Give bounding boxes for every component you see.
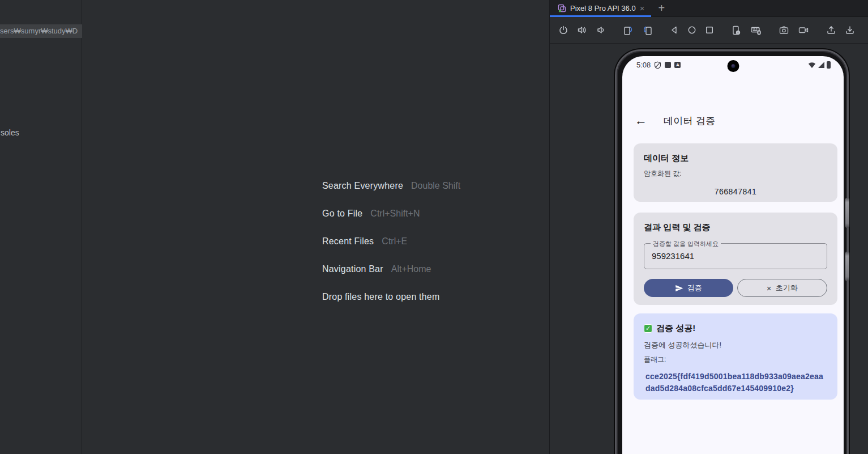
cell-signal-icon [818, 62, 824, 68]
emulator-display-area: 5:08 A [550, 44, 868, 453]
shield-icon [654, 61, 661, 69]
success-title: 검증 성공! [656, 323, 695, 334]
notification-icon [665, 62, 671, 68]
shortcut-navigation-bar: Navigation BarAlt+Home [322, 261, 460, 277]
emulator-tab-strip: Pixel 8 Pro API 36.0 × + [550, 0, 868, 17]
phone-screen[interactable]: 5:08 A [622, 56, 844, 454]
close-x-icon: × [767, 284, 772, 292]
upload-icon[interactable] [826, 24, 836, 36]
reset-button-label: 초기화 [776, 283, 798, 293]
verify-button[interactable]: 검증 [644, 279, 733, 297]
verify-card: 결과 입력 및 검증 검증할 값을 입력하세요 959231641 검증 [634, 213, 837, 305]
phone-frame: 5:08 A [615, 49, 849, 454]
emulator-tool-window: Pixel 8 Pro API 36.0 × + [549, 0, 868, 454]
extended-controls-icon[interactable] [750, 24, 762, 36]
flag-label: 플래그: [644, 355, 827, 364]
reset-button[interactable]: × 초기화 [737, 279, 828, 297]
flag-value: cce2025{fdf419d5001bea118db933a09aea2eaa… [644, 371, 827, 394]
download-icon[interactable] [845, 24, 855, 36]
status-bar-right [808, 61, 831, 69]
success-title-row: ✓ 검증 성공! [644, 323, 827, 334]
active-tab-indicator [550, 15, 651, 17]
shortcut-search-everywhere: Search EverywhereDouble Shift [322, 178, 460, 194]
volume-down-icon[interactable] [596, 24, 606, 36]
tree-path-text: sers₩sumyr₩study₩D [0, 27, 78, 35]
home-icon[interactable] [687, 24, 696, 36]
success-card: ✓ 검증 성공! 검증에 성공하셨습니다! 플래그: cce2025{fdf41… [634, 313, 837, 400]
back-arrow-icon[interactable]: ← [635, 114, 647, 127]
tab-title: Pixel 8 Pro API 36.0 [570, 4, 636, 12]
rotate-right-icon[interactable] [642, 24, 653, 36]
device-settings-icon[interactable] [731, 24, 742, 36]
emulator-toolbar [550, 17, 868, 44]
editor-shortcuts-list: Search EverywhereDouble Shift Go to File… [322, 178, 460, 317]
encrypted-value: 766847841 [644, 187, 827, 196]
battery-icon [827, 61, 831, 69]
page-title: 데이터 검증 [664, 114, 716, 128]
back-icon[interactable] [670, 24, 679, 36]
verify-button-label: 검증 [687, 283, 702, 293]
clock: 5:08 [636, 61, 651, 69]
tab-close-icon[interactable]: × [640, 4, 645, 12]
tree-path-row[interactable]: sers₩sumyr₩study₩D [0, 24, 82, 38]
front-camera [727, 60, 739, 72]
android-status-bar: 5:08 A [622, 56, 844, 73]
volume-up-icon[interactable] [577, 24, 587, 36]
data-info-card: 데이터 정보 암호화된 값: 766847841 [634, 143, 837, 202]
tree-item-consoles[interactable]: soles [1, 128, 19, 137]
verify-input-label: 검증할 값을 입력하세요 [651, 240, 721, 248]
info-card-title: 데이터 정보 [644, 153, 827, 164]
new-tab-button[interactable]: + [658, 2, 665, 15]
check-icon: ✓ [644, 324, 652, 333]
phone-power-button [845, 252, 849, 281]
verify-input[interactable]: 검증할 값을 입력하세요 959231641 [644, 243, 827, 269]
shortcut-drop-files: Drop files here to open them [322, 289, 460, 305]
overview-icon[interactable] [705, 24, 714, 36]
shortcut-recent-files: Recent FilesCtrl+E [322, 234, 460, 249]
status-bar-left: 5:08 A [636, 61, 681, 69]
camera-lens [731, 64, 735, 68]
phone-volume-button [845, 198, 849, 228]
virtual-device-icon [558, 4, 566, 12]
project-tool-window: sers₩sumyr₩study₩D soles [0, 0, 82, 454]
letter-a-notification-icon: A [674, 62, 681, 68]
success-message: 검증에 성공하셨습니다! [644, 340, 827, 350]
wifi-icon [808, 62, 816, 69]
verify-card-title: 결과 입력 및 검증 [644, 222, 827, 233]
power-icon[interactable] [558, 24, 568, 36]
screenshot-icon[interactable] [779, 24, 789, 36]
rotate-left-icon[interactable] [623, 24, 634, 36]
tab-pixel-8-pro[interactable]: Pixel 8 Pro API 36.0 × [550, 0, 651, 17]
verify-actions: 검증 × 초기화 [644, 279, 827, 297]
editor-empty-area: Search EverywhereDouble Shift Go to File… [83, 0, 549, 454]
screen-record-icon[interactable] [798, 24, 809, 36]
shortcut-go-to-file: Go to FileCtrl+Shift+N [322, 206, 460, 222]
send-icon [675, 284, 683, 292]
app-bar: ← 데이터 검증 [622, 111, 844, 131]
encrypted-value-label: 암호화된 값: [644, 169, 827, 179]
